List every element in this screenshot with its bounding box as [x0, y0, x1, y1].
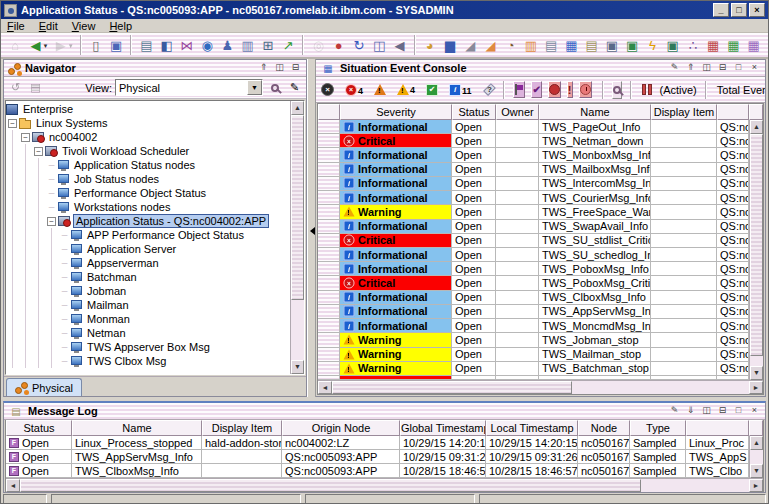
maximize-button[interactable]: □ [731, 3, 747, 17]
tree-item[interactable]: ─Application Server [6, 242, 290, 256]
graphic-view-icon[interactable]: ▣ [664, 36, 682, 55]
tree-expander-icon[interactable]: − [47, 217, 56, 226]
row-header[interactable] [318, 163, 340, 177]
message-log-hscrollbar[interactable]: ◄ ► [6, 478, 763, 492]
object-group-editor-icon[interactable]: ▥ [239, 36, 257, 55]
bar-chart-icon[interactable]: ▆ [441, 36, 459, 55]
query-editor-icon[interactable]: ◧ [158, 36, 176, 55]
scroll-up-icon[interactable]: ▲ [291, 101, 304, 115]
scroll-left-icon[interactable]: ◄ [6, 479, 20, 492]
tab-physical[interactable]: Physical [6, 378, 82, 396]
resolve-button[interactable]: ✔ [531, 81, 541, 98]
chevron-down-icon[interactable]: ▼ [247, 80, 262, 95]
scroll-left-icon[interactable]: ◄ [318, 381, 332, 394]
tree-item[interactable]: ─Job Status nodes [6, 172, 290, 186]
find-icon[interactable] [266, 80, 283, 96]
collapse-icon[interactable]: ⇓ [684, 405, 697, 417]
manage-systems-icon[interactable]: ⊞ [259, 36, 277, 55]
terminal-view-icon[interactable]: ▣ [623, 36, 641, 55]
event-row[interactable]: WarningOpenTWS_Mailman_stopQS:nc0 [318, 348, 749, 362]
column-header[interactable]: Global Timestamp [400, 420, 486, 436]
column-header[interactable]: Display Item [202, 420, 282, 436]
scroll-down-icon[interactable]: ▼ [750, 366, 763, 380]
tree-item-label[interactable]: TWS Appserver Box Msg [85, 341, 212, 353]
tree-item-label[interactable]: nc004002 [47, 131, 99, 143]
workflow-editor-icon[interactable]: ⋈ [178, 36, 196, 55]
row-header[interactable] [318, 134, 340, 148]
event-row[interactable]: ×CriticalOpenTWS_Netman_downQS:nc0 [318, 134, 749, 148]
grid-view-green-icon[interactable]: ▦ [724, 36, 742, 55]
row-header[interactable] [318, 276, 340, 290]
row-header[interactable] [318, 333, 340, 347]
column-header[interactable]: Node [578, 420, 630, 436]
user-admin-icon[interactable]: ♟ [218, 36, 236, 55]
tree-item-label[interactable]: Jobman [85, 285, 128, 297]
split-horizontal-icon[interactable]: ⊟ [716, 62, 729, 74]
minimize-button[interactable]: _ [713, 3, 729, 17]
minor-filter-icon[interactable] [374, 84, 386, 95]
panel-splitter[interactable] [307, 59, 316, 397]
tree-item[interactable]: −Tivoli Workload Scheduler [6, 144, 290, 158]
event-row[interactable]: WarningOpenTWS_FreeSpace_WarningQS:nc0 [318, 205, 749, 219]
save-icon[interactable]: ▣ [107, 36, 125, 55]
tree-item-label[interactable]: Batchman [85, 271, 139, 283]
warning-filter-icon[interactable]: 4 [397, 84, 415, 95]
tree-item-label[interactable]: Tivoli Workload Scheduler [60, 145, 191, 157]
tree-item[interactable]: ─Batchman [6, 270, 290, 284]
tree-item[interactable]: ─APP Performance Object Status [6, 228, 290, 242]
plot-chart-icon[interactable]: ◢ [461, 36, 479, 55]
row-header[interactable] [318, 291, 340, 305]
notepad-icon[interactable]: ▤ [542, 36, 560, 55]
browser-view-icon[interactable]: ▣ [603, 36, 621, 55]
split-horizontal-icon[interactable]: ⊟ [716, 405, 729, 417]
tree-expander-icon[interactable]: − [34, 147, 43, 156]
row-header[interactable] [318, 191, 340, 205]
topology-view-icon[interactable]: ∴ [684, 36, 702, 55]
split-view-icon[interactable]: ◫ [370, 36, 388, 55]
tree-expander-icon[interactable]: − [8, 119, 17, 128]
event-row[interactable]: iInformationalOpenTWS_AppServMsg_InfoQS:… [318, 305, 749, 319]
split-vertical-icon[interactable]: ◫ [700, 405, 713, 417]
column-header[interactable]: Status [6, 420, 72, 436]
event-table-vscrollbar[interactable]: ▲ ▼ [749, 120, 763, 380]
dropdown-caret-icon[interactable]: ▼ [43, 43, 49, 49]
column-header[interactable]: Owner [496, 104, 539, 120]
tree-item[interactable]: Enterprise [6, 102, 290, 116]
tree-item-label[interactable]: Performance Object Status [72, 187, 208, 199]
table-row[interactable]: FOpenLinux_Process_stoppedhald-addon-sto… [6, 436, 749, 450]
menu-help[interactable]: Help [109, 20, 132, 32]
split-horizontal-icon[interactable]: ⊟ [289, 62, 302, 74]
tree-item-label[interactable]: APP Performance Object Status [85, 229, 246, 241]
tree-item[interactable]: −Application Status - QS:nc004002:APP [6, 214, 290, 228]
row-header[interactable] [318, 248, 340, 262]
tree-item[interactable]: ─Netman [6, 326, 290, 340]
stop-icon[interactable]: ● [330, 36, 348, 55]
tree-item-label[interactable]: Mailman [85, 299, 131, 311]
sound-icon[interactable]: ◀ [390, 36, 408, 55]
view-select[interactable]: Physical ▼ [115, 79, 263, 96]
tree-item[interactable]: −nc004002 [6, 130, 290, 144]
column-header[interactable]: Status [452, 104, 496, 120]
scroll-down-icon[interactable]: ▼ [750, 464, 763, 478]
tree-expander-icon[interactable]: − [21, 133, 30, 142]
tree-item-label[interactable]: Enterprise [21, 103, 75, 115]
row-header[interactable] [318, 177, 340, 191]
column-header[interactable]: Name [72, 420, 202, 436]
column-header[interactable]: Display Item [651, 104, 717, 120]
scroll-thumb[interactable] [332, 381, 572, 394]
informational-filter-icon[interactable]: i11 [449, 84, 472, 96]
row-header[interactable] [318, 319, 340, 333]
grid-view-red-icon[interactable]: ▦ [704, 36, 722, 55]
situation-button[interactable]: ! [567, 81, 573, 98]
pause-icon[interactable] [642, 84, 652, 95]
tree-item-label[interactable]: Linux Systems [34, 117, 110, 129]
tree-item[interactable]: ─Monman [6, 312, 290, 326]
area-chart-icon[interactable]: ◢ [481, 36, 499, 55]
collapse-icon[interactable]: ⇑ [257, 62, 270, 74]
search-icon[interactable] [612, 81, 622, 99]
event-row[interactable]: WarningOpenTWS_Batchman_stopQS:nc0 [318, 362, 749, 376]
linear-gauge-icon[interactable]: ▥ [522, 36, 540, 55]
tree-item-label[interactable]: TWS Clbox Msg [85, 355, 168, 367]
scroll-thumb[interactable] [291, 115, 304, 300]
split-vertical-icon[interactable]: ◫ [700, 62, 713, 74]
